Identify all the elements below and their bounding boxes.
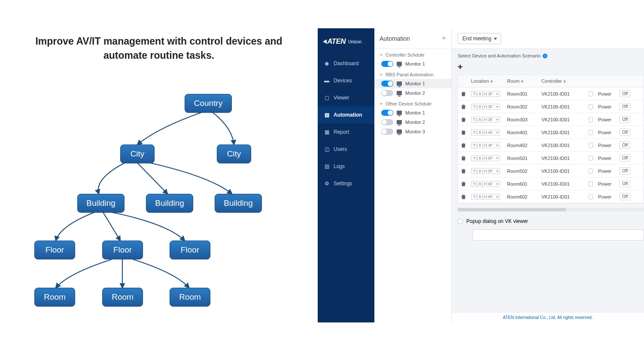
section-header[interactable]: ▼Other Device Schdule [374, 98, 451, 108]
toggle[interactable] [381, 90, 393, 96]
controller-cell: VK2100-ID01 [539, 192, 586, 202]
chevron-down-icon: ▼ [380, 73, 383, 77]
location-chip[interactable]: T | X | H 5F [471, 155, 500, 161]
section-header[interactable]: ▼RBS Panel Automation [374, 69, 451, 79]
off-button[interactable]: Off [620, 193, 630, 200]
location-chip[interactable]: T | X | H 3F [471, 104, 500, 110]
panel-label: Select Device and Automation Scenario [458, 53, 541, 58]
power-cell: Power [595, 102, 617, 112]
row-checkbox[interactable] [589, 117, 593, 122]
table-row: T | X | H 6FRoom601VK2100-ID01PowerOff [458, 178, 644, 190]
monitor-item[interactable]: Monitor 3 [374, 127, 451, 136]
trash-icon[interactable] [461, 91, 466, 96]
monitor-item[interactable]: Monitor 1 [374, 79, 451, 88]
off-button[interactable]: Off [620, 103, 630, 110]
location-chip[interactable]: T | X | H 4F [471, 142, 500, 148]
device-icon [397, 120, 402, 124]
sidebar: ATEN Unizon ◉Dashboard▬Devices▢Viewer▤Au… [318, 28, 374, 322]
off-button[interactable]: Off [620, 116, 630, 123]
horizontal-scrollbar[interactable] [458, 208, 644, 211]
monitor-item[interactable]: Monitor 2 [374, 88, 451, 98]
section-header[interactable]: ▼Controller Schdule [374, 49, 451, 59]
row-checkbox[interactable] [589, 143, 593, 148]
off-button[interactable]: Off [620, 141, 630, 149]
off-button[interactable]: Off [620, 180, 630, 187]
off-button[interactable]: Off [620, 154, 630, 162]
row-checkbox[interactable] [589, 181, 593, 187]
device-icon [397, 91, 402, 95]
trash-icon[interactable] [461, 143, 466, 148]
off-button[interactable]: Off [620, 167, 630, 175]
row-checkbox[interactable] [589, 104, 593, 109]
controller-cell: VK2100-ID01 [539, 140, 586, 150]
sort-icon[interactable]: ◆ [521, 79, 523, 83]
monitor-item[interactable]: Monitor 1 [374, 59, 451, 69]
sort-icon[interactable]: ◆ [490, 79, 493, 83]
toggle[interactable] [381, 81, 393, 87]
nav-icon: ⚙ [324, 181, 330, 187]
trash-icon[interactable] [461, 130, 466, 135]
nav-users[interactable]: ◫Users [318, 141, 374, 158]
trash-icon[interactable] [461, 168, 466, 174]
trash-icon[interactable] [461, 117, 466, 122]
nav-dashboard[interactable]: ◉Dashboard [318, 55, 374, 72]
room-cell: Room303 [504, 114, 539, 125]
toggle[interactable] [381, 129, 393, 135]
toggle[interactable] [381, 119, 393, 125]
trash-icon[interactable] [461, 181, 466, 187]
monitor-item[interactable]: Monitor 1 [374, 108, 451, 117]
toggle[interactable] [381, 110, 393, 116]
location-chip[interactable]: T | X | H 5F [471, 168, 500, 174]
device-icon [397, 111, 402, 115]
node-floor: Floor [102, 241, 143, 259]
nav-devices[interactable]: ▬Devices [318, 72, 374, 89]
node-country: Country [185, 94, 232, 113]
trash-icon[interactable] [461, 156, 466, 161]
controller-cell: VK2100-ID01 [539, 114, 586, 125]
nav-automation[interactable]: ▤Automation [318, 106, 374, 123]
power-cell: Power [595, 179, 617, 189]
add-row-button[interactable]: + [458, 63, 466, 71]
scenario-dropdown[interactable]: End meeting [458, 33, 501, 44]
table-row: T | X | H 6FRoom602VK2100-ID01PowerOff [458, 190, 644, 203]
device-icon [397, 62, 402, 66]
location-chip[interactable]: T | X | H 6F [471, 194, 500, 200]
node-building: Building [215, 194, 262, 213]
popup-checkbox[interactable] [458, 219, 463, 224]
trash-icon[interactable] [461, 104, 466, 109]
location-chip[interactable]: T | X | H 3F [471, 117, 500, 123]
table-row: T | X | H 3FRoom302VK2100-ID01PowerOff [458, 100, 644, 113]
power-cell: Power [595, 166, 617, 176]
nav-report[interactable]: ▦Report [318, 123, 374, 141]
power-cell: Power [595, 140, 617, 150]
trash-icon[interactable] [461, 194, 466, 199]
toggle[interactable] [381, 61, 393, 67]
room-cell: Room301 [504, 89, 539, 99]
off-button[interactable]: Off [620, 90, 630, 97]
controller-cell: VK2100-ID01 [539, 102, 586, 112]
location-chip[interactable]: T | X | H 6F [471, 181, 500, 187]
row-checkbox[interactable] [589, 130, 593, 135]
nav-settings[interactable]: ⚙Settings [318, 175, 374, 192]
row-checkbox[interactable] [589, 156, 593, 161]
sort-icon[interactable]: ◆ [563, 79, 566, 83]
row-checkbox[interactable] [589, 194, 593, 199]
nav-logs[interactable]: ▤Logs [318, 158, 374, 175]
add-automation-button[interactable]: + [441, 34, 446, 43]
room-cell: Room302 [504, 102, 539, 112]
row-checkbox[interactable] [589, 168, 593, 174]
table-row: T | X | H 4FRoom401VK2100-ID01PowerOff [458, 126, 644, 139]
location-chip[interactable]: T | X | H 4F [471, 129, 500, 135]
off-button[interactable]: Off [620, 129, 630, 136]
info-icon[interactable]: i [543, 54, 547, 58]
room-cell: Room401 [504, 127, 539, 138]
row-checkbox[interactable] [589, 91, 593, 96]
popup-text-input[interactable] [472, 229, 644, 241]
nav-viewer[interactable]: ▢Viewer [318, 89, 374, 106]
brand-logo: ATEN [323, 37, 346, 46]
power-cell: Power [595, 127, 617, 138]
node-room: Room [170, 288, 210, 307]
monitor-item[interactable]: Monitor 2 [374, 117, 451, 127]
location-chip[interactable]: T | X | H 3F [471, 91, 500, 97]
node-city: City [217, 144, 251, 163]
